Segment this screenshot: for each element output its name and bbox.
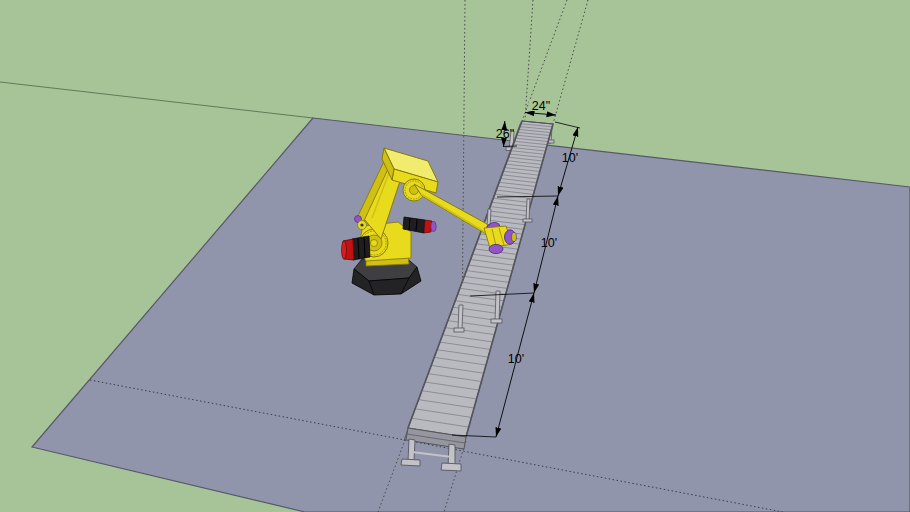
section-3-label[interactable]: 10' (508, 352, 524, 366)
scene-canvas: 24" 26" 10' 10' 10' (0, 0, 910, 512)
section-1-label[interactable]: 10' (562, 151, 578, 165)
conveyor-height-label[interactable]: 26" (496, 127, 514, 141)
modeling-viewport: 24" 26" 10' 10' 10' (0, 0, 910, 512)
conveyor-width-label[interactable]: 24" (532, 99, 550, 113)
clevis-pin (360, 223, 363, 226)
section-2-label[interactable]: 10' (541, 236, 557, 250)
